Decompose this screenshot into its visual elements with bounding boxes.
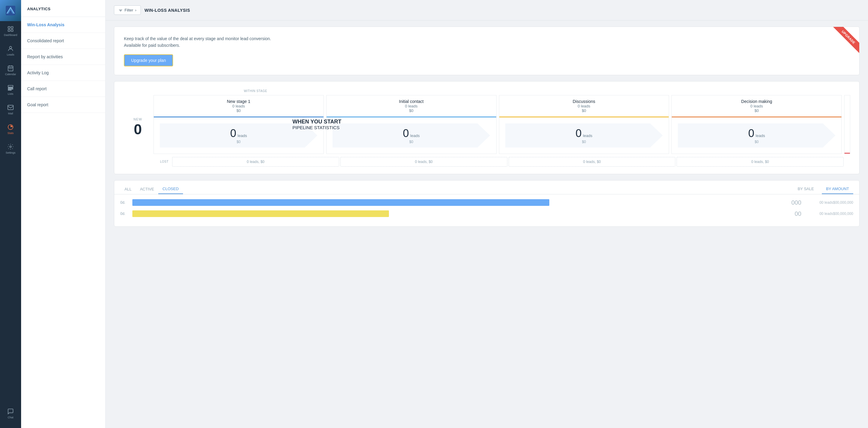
- svg-rect-8: [8, 88, 13, 88]
- nav-leads[interactable]: Leads: [0, 41, 21, 60]
- stage-col-2: Initial contact 0 leads $0 0 leads: [326, 95, 497, 154]
- pipeline-new-section: NEW 0: [123, 89, 153, 167]
- lost-row: LOST 0 leads, $0 0 leads, $0 0 leads, $0…: [153, 157, 851, 167]
- nav-lists-label: Lists: [8, 92, 13, 95]
- stage-header-1: New stage 1 0 leads $0: [154, 95, 323, 117]
- upgrade-card: Keep track of the value of the deal at e…: [114, 27, 860, 75]
- lost-col-2: 0 leads, $0: [340, 157, 507, 167]
- chart-area: 0d. 000 00 leads$00,000,000 0d. 00 00 le…: [114, 194, 859, 226]
- stage-col-3: Discussions 0 leads $0 0 leads: [499, 95, 669, 154]
- chart-row-2-label: 0d.: [120, 211, 129, 216]
- nav-stats[interactable]: Stats: [0, 119, 21, 139]
- svg-rect-10: [8, 90, 11, 90]
- svg-point-5: [9, 46, 11, 48]
- svg-rect-1: [8, 26, 10, 28]
- nav-lists[interactable]: Lists: [0, 80, 21, 99]
- pipeline-card: NEW 0 WITHIN STAGE: [114, 81, 860, 174]
- content-area: Keep track of the value of the deal at e…: [105, 21, 868, 428]
- svg-rect-7: [8, 85, 13, 87]
- pipeline-columns: New stage 1 0 leads $0 0 leads: [153, 94, 851, 154]
- chart-row-2-bar-area: [132, 210, 774, 217]
- chart-bar-2: [132, 210, 389, 217]
- nav-mail[interactable]: Mail: [0, 99, 21, 119]
- nav-chat[interactable]: Chat: [0, 404, 21, 423]
- sidebar-item-consolidated[interactable]: Consolidated report: [21, 33, 105, 49]
- svg-rect-3: [8, 29, 10, 31]
- sidebar-item-goal-report[interactable]: Goal report: [21, 97, 105, 113]
- stage-body-1: 0 leads $0: [154, 117, 323, 154]
- pipeline-body: New stage 1 0 leads $0 0 leads: [153, 94, 851, 154]
- pipeline-new-count: 0: [134, 121, 142, 138]
- stage-body-2: 0 leads $0: [327, 117, 496, 154]
- chart-row-2-count: 00: [777, 210, 801, 217]
- pipeline-row-labels: WITHIN STAGE: [153, 89, 851, 93]
- chart-bar-1: [132, 199, 549, 206]
- stage-header-2: Initial contact 0 leads $0: [327, 95, 496, 117]
- nav-settings-label: Settings: [6, 151, 16, 154]
- sidebar-item-win-loss[interactable]: Win-Loss Analysis: [21, 17, 105, 33]
- page-title: WIN-LOSS ANALYSIS: [145, 8, 190, 13]
- sidebar-item-by-activities[interactable]: Report by activities: [21, 49, 105, 65]
- chart-row-2-meta: 00 leads$00,000,000: [805, 211, 853, 216]
- tab-by-amount[interactable]: BY AMOUNT: [822, 184, 853, 194]
- upgrade-card-text: Keep track of the value of the deal at e…: [124, 35, 305, 49]
- chart-row-1-bar-area: [132, 199, 774, 206]
- lost-label: LOST: [153, 160, 171, 163]
- stage-col-1: New stage 1 0 leads $0 0 leads: [153, 95, 324, 154]
- stage-header-4: Decision making 0 leads $0: [672, 95, 841, 117]
- app-logo: [0, 0, 21, 21]
- icon-navigation: Dashboard Leads Calendar Lists: [0, 0, 21, 428]
- nav-dashboard-label: Dashboard: [4, 33, 17, 36]
- svg-point-13: [10, 146, 11, 148]
- chart-row-1-count: 000: [777, 199, 801, 206]
- svg-rect-2: [11, 26, 13, 28]
- lost-col-3: 0 leads, $0: [508, 157, 676, 167]
- stage-col-4: Decision making 0 leads $0 0 leads: [672, 95, 842, 154]
- sidebar-item-activity-log[interactable]: Activity Log: [21, 65, 105, 81]
- upgrade-ribbon-text: UPGRADE: [833, 27, 859, 53]
- upgrade-ribbon: UPGRADE: [829, 27, 859, 57]
- chart-row-1: 0d. 000 00 leads$00,000,000: [120, 199, 853, 206]
- stage-header-3: Discussions 0 leads $0: [499, 95, 669, 117]
- lost-col-1: 0 leads, $0: [172, 157, 339, 167]
- upgrade-button[interactable]: Upgrade your plan: [124, 54, 173, 66]
- bottom-right-tabs: BY SALE BY AMOUNT: [794, 184, 853, 194]
- nav-chat-label: Chat: [7, 416, 13, 419]
- tab-active[interactable]: ACTIVE: [136, 184, 158, 194]
- lost-col-4: 0 leads, $0: [677, 157, 844, 167]
- nav-dashboard[interactable]: Dashboard: [0, 21, 21, 41]
- tab-by-sale[interactable]: BY SALE: [794, 184, 818, 194]
- filter-icon: [119, 8, 123, 12]
- stage-body-3: 0 leads $0: [499, 117, 669, 154]
- sidebar-item-call-report[interactable]: Call report: [21, 81, 105, 97]
- main-content: Filter › WIN-LOSS ANALYSIS Keep track of…: [105, 0, 868, 428]
- tab-all[interactable]: ALL: [120, 184, 136, 194]
- header-bar: Filter › WIN-LOSS ANALYSIS: [105, 0, 868, 21]
- nav-stats-label: Stats: [7, 132, 14, 135]
- chart-row-1-label: 0d.: [120, 200, 129, 205]
- chart-row-1-meta: 00 leads$00,000,000: [805, 200, 853, 205]
- nav-mail-label: Mail: [8, 112, 13, 115]
- bottom-tabs: ALL ACTIVE CLOSED BY SALE BY AMOUNT: [114, 180, 859, 194]
- sidebar-header: ANALYTICS: [21, 0, 105, 17]
- svg-rect-11: [8, 105, 13, 110]
- pipeline-stages-area: WITHIN STAGE: [153, 89, 851, 167]
- chart-row-2: 0d. 00 00 leads$00,000,000: [120, 210, 853, 217]
- filter-button[interactable]: Filter ›: [114, 5, 141, 15]
- nav-settings[interactable]: Settings: [0, 139, 21, 159]
- svg-rect-4: [11, 29, 13, 31]
- pipeline-new-label: NEW: [133, 117, 142, 121]
- nav-calendar[interactable]: Calendar: [0, 60, 21, 80]
- stage-col-5-partial: [844, 95, 850, 154]
- nav-leads-label: Leads: [7, 53, 14, 56]
- svg-rect-9: [8, 88, 13, 89]
- nav-calendar-label: Calendar: [5, 73, 16, 76]
- sidebar: ANALYTICS Win-Loss Analysis Consolidated…: [21, 0, 105, 428]
- tab-closed[interactable]: CLOSED: [158, 184, 183, 194]
- bottom-card: ALL ACTIVE CLOSED BY SALE BY AMOUNT 0d. …: [114, 180, 860, 227]
- stage-body-4: 0 leads $0: [672, 117, 841, 154]
